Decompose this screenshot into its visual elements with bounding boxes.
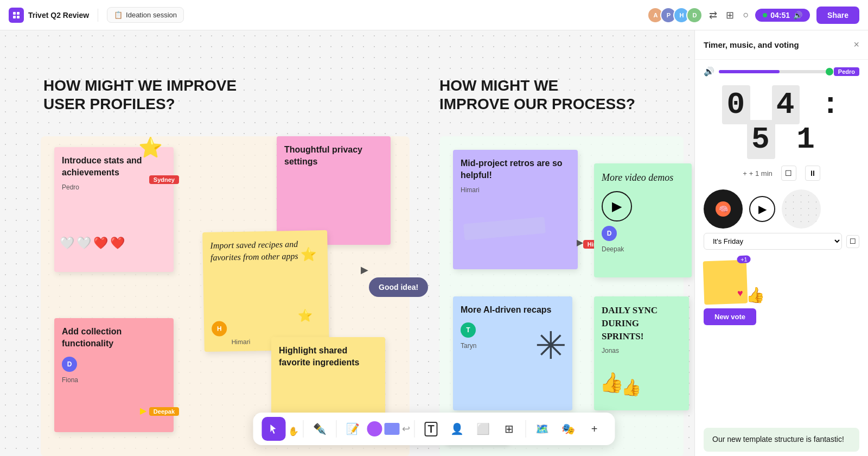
music-dropdown[interactable]: It's Friday [704,233,842,250]
shape-circle[interactable] [367,421,382,436]
svg-rect-2 [13,16,16,18]
vote-hand-icon: 👍 [746,286,765,304]
template-note: Our new template structure is fantastic! [704,428,859,452]
bottom-toolbar: ✋ ✒️ 📝 ↩ T 👤 ⬜ ⊞ 🗺️ 🎭 + [253,413,615,445]
tape-decoration [463,217,546,240]
sticky-video[interactable]: More video demos ▶ D Deepak [594,163,692,277]
himari-avatar: H [212,321,227,336]
add-minute-button[interactable]: + + 1 min [743,169,773,178]
volume-icon: 🔊 [704,66,714,77]
timer-pause-button[interactable]: ⏸ [805,166,820,181]
text-tool-button[interactable]: T [419,417,443,441]
select-tool-button[interactable] [262,417,286,441]
shape-rect[interactable] [385,423,400,435]
sticky-collection[interactable]: Add collection functionality D ▶ Deepak … [54,318,174,432]
sticky-note-tool-button[interactable]: 📝 [341,417,365,441]
app-logo[interactable] [9,8,24,23]
star2: ⭐ [298,309,312,323]
thumbs-up: 👍 [599,371,624,394]
share-button[interactable]: Share [816,7,859,24]
sticky-ingredients-text: Highlight shared favorite ingredients [279,345,378,369]
sticky-dailysync-author: Jonas [602,347,681,354]
panel-header: Timer, music, and voting × [695,30,868,60]
brain-icon: 🧠 [719,205,728,213]
tab-label: Ideation session [126,11,177,19]
timer-checkbox[interactable]: ☐ [781,166,796,181]
sticky-dailysync[interactable]: DAILY SYNC DURING SPRINTS! 👍 👍 Jonas [594,296,689,410]
hearts-decoration: 🤍🤍❤️❤️ [60,236,125,250]
topbar-icons: ⇄ ⊞ ○ [709,9,749,21]
vote-count: +1 [737,255,751,263]
music-checkbox[interactable]: ☐ [846,235,859,248]
deepak-avatar-sticky: D [62,357,77,372]
timer-dot [763,13,767,17]
cursor-arrow: ▶ [361,264,368,276]
cursor-icon[interactable]: ⇄ [709,9,717,21]
add-tool-button[interactable]: + [583,417,607,441]
timer-text: 04:51 [770,11,790,20]
vote-section: ♥ +1 👍 New vote [695,254,868,423]
avatar-group: A P H D [647,7,703,23]
shape-rotate-icon: ↩ [402,423,410,435]
music-controls: ▶ [749,196,775,222]
chat-bubble: Good idea! [369,277,428,297]
timer-badge[interactable]: 04:51 🔊 [755,9,810,22]
layout-icon[interactable]: ⊞ [726,9,734,21]
chat-icon[interactable]: ○ [743,9,749,21]
sticky-privacy-text: Thoughtful privacy settings [284,144,383,168]
music-section: 🧠 ▶ · · · · ·· · · · ·· · · · ·· · · · ·… [695,185,868,233]
music-selector: It's Friday ☐ [695,233,868,254]
map-tool-button[interactable]: 🗺️ [531,417,554,441]
panel-close-button[interactable]: × [853,39,859,50]
vote-heart-icon: ♥ [737,288,743,299]
vote-cards: ♥ +1 👍 [704,261,859,304]
sticky-stats[interactable]: Introduce stats and achievements ⭐ Sydne… [54,147,174,272]
project-name[interactable]: Trivet Q2 Review [28,11,89,20]
volume-row: 🔊 Pedro [695,60,868,83]
pen-tool-button[interactable]: ✒️ [308,417,332,441]
volume-slider[interactable] [719,70,829,73]
sydney-cursor: Sydney [149,174,179,184]
user-tool-button[interactable]: 👤 [445,417,469,441]
dotted-disc: · · · · ·· · · · ·· · · · ·· · · · ·· · … [782,189,821,229]
toolbar-divider-3 [414,420,415,438]
panel-title: Timer, music, and voting [704,40,799,49]
sticky-ai[interactable]: More AI-driven recaps ✳ T Taryn [453,296,572,410]
sticky-collection-author: Fiona [62,376,166,384]
sticky-stats-author: Pedro [62,183,166,191]
ideation-tab[interactable]: 📋 Ideation session [107,7,184,23]
sticky-privacy[interactable]: Thoughtful privacy settings [277,136,391,245]
sticky-retros-author: Himari [461,186,570,194]
himari-cursor: ▶ [577,237,583,248]
deepak-avatar-video: D [602,226,617,241]
toolbar-divider-2 [336,420,337,438]
sticky-retros-text: Mid-project retros are so helpful! [461,157,570,182]
avatar-4[interactable]: D [686,7,703,23]
hand-icon: ✋ [288,427,299,436]
explosion-doodle: ✳ [535,324,567,368]
topbar-left: Trivet Q2 Review 📋 Ideation session [9,7,184,23]
sticky-collection-text: Add collection functionality [62,326,166,350]
topbar-right: A P H D ⇄ ⊞ ○ 04:51 🔊 Share [647,7,859,24]
vote-sticky-card[interactable]: ♥ +1 [703,260,748,305]
play-btn-decoration: ▶ [602,191,632,221]
new-vote-button[interactable]: New vote [704,308,756,325]
sticky-video-text: More video demos [602,171,684,185]
grid-tool-button[interactable]: ⊞ [497,417,521,441]
sticky-dailysync-text: DAILY SYNC DURING SPRINTS! [602,304,681,343]
right-panel: Timer, music, and voting × 🔊 Pedro 0 4 :… [694,30,868,456]
volume-icon: 🔊 [793,11,802,20]
sticky-ingredients[interactable]: Highlight shared favorite ingredients [271,337,385,424]
vinyl-disc: 🧠 [704,189,743,229]
sticky-ai-text: More AI-driven recaps [461,304,565,316]
sticky-recipes-author: Himari [232,338,251,346]
frame-tool-button[interactable]: ⬜ [471,417,495,441]
timer-controls: + + 1 min ☐ ⏸ [695,161,868,185]
sticky-retros[interactable]: Mid-project retros are so helpful! ▶ Him… [453,150,578,269]
sticky-video-author: Deepak [602,245,684,253]
pedro-label: Pedro [834,67,859,76]
star1: ⭐ [301,246,317,262]
music-play-button[interactable]: ▶ [749,196,775,222]
sticker-tool-button[interactable]: 🎭 [557,417,580,441]
sticky-recipes[interactable]: Import saved recipes and favorites from … [202,230,329,352]
